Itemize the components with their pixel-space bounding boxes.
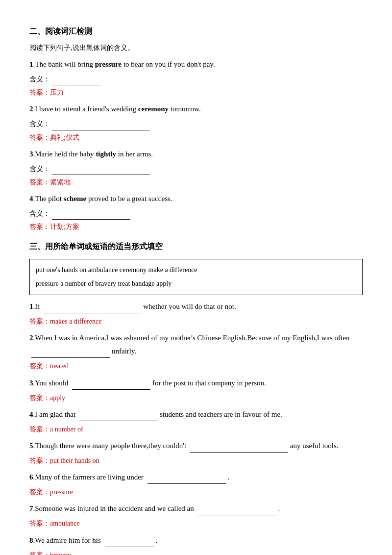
q2-4-num: 4 (29, 195, 33, 202)
q2-4-bold: scheme (64, 195, 87, 202)
q3-1-num: 1 (29, 303, 33, 310)
question-2-4: 4.The pilot scheme proved to be a great … (29, 192, 363, 233)
q2-1-label: 含义： (29, 73, 363, 85)
question-3-2: 2.When I was in America,I was ashamed of… (29, 331, 363, 372)
q3-3-text: 3.You should for the post to that compan… (29, 377, 363, 390)
q2-3-after: in her arms. (116, 150, 153, 158)
q3-6-num: 6 (29, 473, 33, 481)
q3-7-answer: 答案：ambulance (29, 517, 363, 530)
word-box: put one's hands on ambulance ceremony ma… (29, 259, 363, 295)
q2-2-after: tomorrow. (169, 105, 201, 113)
q3-6-answer: 答案：pressure (29, 486, 363, 498)
q3-5-answer: 答案：put their hands on (29, 454, 363, 467)
question-3-3: 3.You should for the post to that compan… (29, 377, 363, 404)
q2-3-bold: tightly (96, 150, 116, 158)
q2-1-answer: 答案：压力 (29, 86, 363, 99)
q2-3-answer: 答案：紧紧地 (29, 176, 363, 188)
q2-2-text: 2.I have to attend a friend's wedding ce… (29, 102, 363, 116)
q3-8-answer: 答案：bravery (29, 549, 363, 555)
q3-1-text: 1.It whether you will do that or not. (29, 300, 363, 313)
q2-3-num: 3 (29, 150, 33, 158)
word-box-line2: pressure a number of bravery treat banda… (36, 277, 356, 291)
q2-2-answer: 答案：典礼;仪式 (29, 131, 363, 144)
q3-4-num: 4 (29, 410, 33, 418)
q3-3-num: 3 (29, 379, 33, 387)
q3-8-text: 8.We admire him for his . (29, 534, 363, 547)
section-3: 三、用所给单词或短语的适当形式填空 put one's hands on amb… (29, 240, 363, 555)
q3-2-text: 2.When I was in America,I was ashamed of… (29, 331, 363, 358)
question-3-6: 6.Many of the farmers are living under .… (29, 471, 363, 498)
q3-6-text: 6.Many of the farmers are living under . (29, 471, 363, 484)
q2-1-num: 1 (29, 60, 33, 68)
section-2: 二、阅读词汇检测 阅读下列句子,说出黑体词的含义。 1.The bank wil… (29, 25, 363, 233)
q2-1-text: 1.The bank will bring pressure to bear o… (29, 58, 363, 71)
question-3-1: 1.It whether you will do that or not. 答案… (29, 300, 363, 328)
q3-4-text: 4.I am glad that students and teachers a… (29, 408, 363, 421)
question-2-1: 1.The bank will bring pressure to bear o… (29, 58, 363, 99)
q3-4-answer: 答案：a number of (29, 423, 363, 435)
q2-4-answer: 答案：计划;方案 (29, 221, 363, 233)
q2-2-num: 2 (29, 105, 33, 113)
q2-2-bold: ceremony (138, 105, 169, 113)
question-2-3: 3.Marie held the baby tightly in her arm… (29, 148, 363, 188)
q3-8-num: 8 (29, 536, 33, 544)
q2-1-bold: pressure (95, 60, 122, 68)
q2-2-before: .I have to attend a friend's wedding (33, 105, 138, 113)
section-2-title: 二、阅读词汇检测 (29, 25, 363, 39)
q2-2-label: 含义： (29, 118, 363, 130)
q3-2-answer: 答案：treated (29, 360, 363, 372)
q2-3-text: 3.Marie held the baby tightly in her arm… (29, 148, 363, 161)
question-3-7: 7.Someone was injured in the accident an… (29, 502, 363, 530)
q2-3-label: 含义： (29, 163, 363, 175)
q3-2-num: 2 (29, 334, 33, 342)
q2-3-before: .Marie held the baby (33, 150, 96, 158)
question-3-4: 4.I am glad that students and teachers a… (29, 408, 363, 435)
q2-1-after: to bear on you if you don't pay. (122, 60, 215, 68)
q3-3-answer: 答案：apply (29, 392, 363, 404)
question-3-8: 8.We admire him for his . 答案：bravery (29, 534, 363, 555)
q3-1-answer: 答案：makes a difference (29, 315, 363, 328)
q2-4-label: 含义： (29, 207, 363, 220)
q3-5-text: 5.Though there were many people there,th… (29, 439, 363, 453)
section-2-subtitle: 阅读下列句子,说出黑体词的含义。 (29, 42, 363, 54)
q2-4-text: 4.The pilot scheme proved to be a great … (29, 192, 363, 205)
word-box-line1: put one's hands on ambulance ceremony ma… (36, 263, 356, 277)
q3-7-text: 7.Someone was injured in the accident an… (29, 502, 363, 515)
q2-4-before: .The pilot (33, 195, 64, 202)
section-3-title: 三、用所给单词或短语的适当形式填空 (29, 240, 363, 254)
q3-7-num: 7 (29, 505, 33, 512)
q3-5-num: 5 (29, 442, 33, 450)
q2-4-after: proved to be a great success. (86, 195, 172, 202)
question-3-5: 5.Though there were many people there,th… (29, 439, 363, 467)
q2-1-before: .The bank will bring (33, 60, 95, 68)
question-2-2: 2.I have to attend a friend's wedding ce… (29, 102, 363, 143)
